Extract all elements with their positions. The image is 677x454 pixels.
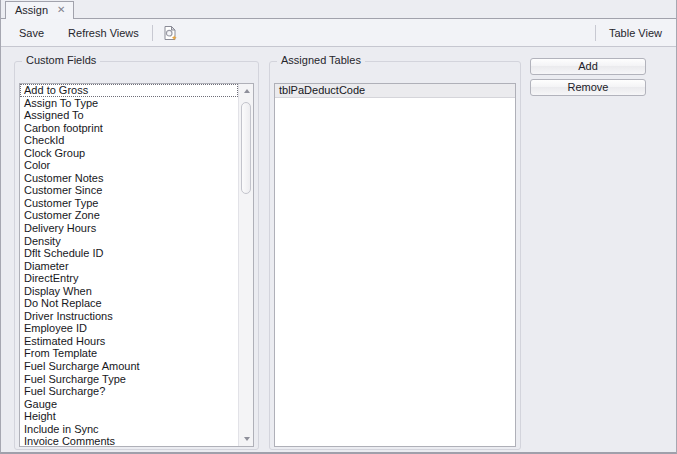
refresh-views-button[interactable]: Refresh Views — [62, 24, 145, 42]
custom-field-item[interactable]: Clock Group — [20, 147, 238, 160]
custom-field-item[interactable]: Estimated Hours — [20, 335, 238, 348]
tab-strip: Assign ✕ — [1, 0, 676, 19]
save-button[interactable]: Save — [13, 24, 50, 42]
assigned-tables-listbox[interactable]: tblPaDeductCode — [274, 83, 516, 447]
custom-field-item[interactable]: Height — [20, 410, 238, 423]
custom-field-item[interactable]: Gauge — [20, 398, 238, 411]
custom-field-item[interactable]: Color — [20, 159, 238, 172]
custom-field-item[interactable]: Fuel Surcharge Type — [20, 373, 238, 386]
custom-field-item[interactable]: Customer Notes — [20, 172, 238, 185]
custom-field-item[interactable]: Assign To Type — [20, 97, 238, 110]
custom-field-item[interactable]: Diameter — [20, 260, 238, 273]
toolbar: Save Refresh Views Table View — [1, 19, 676, 47]
custom-field-item[interactable]: CheckId — [20, 134, 238, 147]
custom-field-item[interactable]: Fuel Surcharge? — [20, 385, 238, 398]
scroll-down-icon[interactable] — [239, 432, 254, 446]
tab-assign[interactable]: Assign ✕ — [5, 1, 74, 19]
custom-field-item[interactable]: Add to Gross — [20, 84, 238, 97]
custom-fields-title: Custom Fields — [22, 54, 100, 66]
scroll-up-icon[interactable] — [239, 84, 254, 98]
main-content: Custom Fields Add to GrossAssign To Type… — [1, 47, 676, 452]
print-preview-icon[interactable] — [160, 23, 180, 43]
custom-field-item[interactable]: Invoice Comments — [20, 435, 238, 447]
scrollbar-thumb[interactable] — [241, 102, 251, 194]
custom-field-item[interactable]: Dflt Schedule ID — [20, 247, 238, 260]
tab-close-icon[interactable]: ✕ — [57, 5, 65, 15]
custom-field-item[interactable]: Density — [20, 235, 238, 248]
assigned-tables-title: Assigned Tables — [277, 54, 365, 66]
assigned-tables-items: tblPaDeductCode — [275, 84, 515, 98]
remove-button[interactable]: Remove — [530, 79, 646, 96]
add-button[interactable]: Add — [530, 58, 646, 75]
custom-fields-group: Custom Fields Add to GrossAssign To Type… — [14, 61, 259, 450]
custom-field-item[interactable]: Customer Since — [20, 184, 238, 197]
assigned-tables-group: Assigned Tables tblPaDeductCode — [269, 61, 521, 450]
toolbar-separator-right — [595, 25, 596, 41]
table-view-button[interactable]: Table View — [603, 24, 668, 42]
custom-fields-items: Add to GrossAssign To TypeAssigned ToCar… — [20, 84, 238, 447]
custom-field-item[interactable]: From Template — [20, 347, 238, 360]
custom-fields-listbox[interactable]: Add to GrossAssign To TypeAssigned ToCar… — [19, 83, 254, 447]
custom-field-item[interactable]: Delivery Hours — [20, 222, 238, 235]
custom-field-item[interactable]: Include in Sync — [20, 423, 238, 436]
custom-field-item[interactable]: Customer Zone — [20, 209, 238, 222]
custom-field-item[interactable]: Driver Instructions — [20, 310, 238, 323]
custom-field-item[interactable]: Customer Type — [20, 197, 238, 210]
app-window: Assign ✕ Save Refresh Views Table View C… — [0, 0, 677, 454]
toolbar-separator — [152, 25, 153, 41]
tab-title: Assign — [15, 4, 48, 16]
custom-field-item[interactable]: Employee ID — [20, 322, 238, 335]
custom-field-item[interactable]: DirectEntry — [20, 272, 238, 285]
assigned-table-item[interactable]: tblPaDeductCode — [275, 84, 515, 98]
custom-field-item[interactable]: Fuel Surcharge Amount — [20, 360, 238, 373]
custom-field-item[interactable]: Carbon footprint — [20, 122, 238, 135]
custom-field-item[interactable]: Do Not Replace — [20, 297, 238, 310]
custom-field-item[interactable]: Assigned To — [20, 109, 238, 122]
custom-field-item[interactable]: Display When — [20, 285, 238, 298]
custom-fields-scrollbar[interactable] — [238, 84, 253, 446]
